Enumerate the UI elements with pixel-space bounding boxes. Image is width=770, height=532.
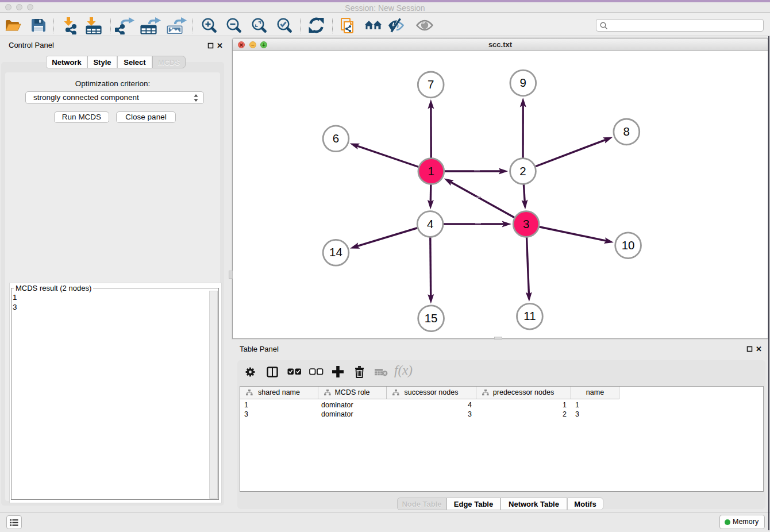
svg-text:7: 7 [428,78,434,91]
svg-text:14: 14 [329,245,342,259]
svg-text:1: 1 [428,164,434,178]
svg-text:6: 6 [333,132,339,145]
svg-text:9: 9 [520,76,526,89]
svg-text:2: 2 [519,164,526,178]
svg-text:15: 15 [425,311,438,325]
svg-text:4: 4 [427,217,433,230]
svg-text:11: 11 [523,309,536,322]
svg-text:3: 3 [523,217,529,230]
svg-text:8: 8 [623,125,630,138]
svg-text:10: 10 [622,238,635,252]
